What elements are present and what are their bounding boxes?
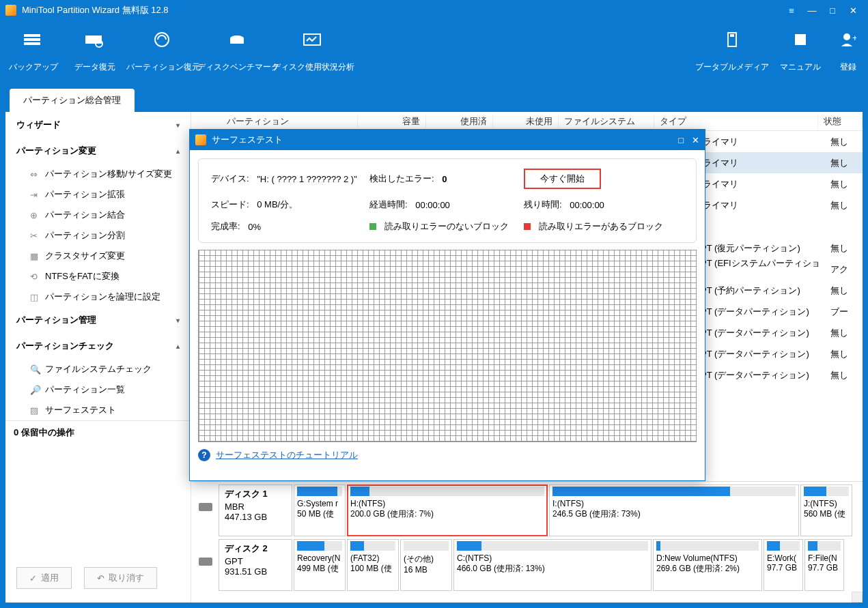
disk-info[interactable]: ディスク 1MBR447.13 GB — [219, 484, 292, 536]
disk-partition[interactable]: H:(NTFS)200.0 GB (使用済: 7%) — [347, 484, 548, 536]
disk-icon — [199, 558, 212, 566]
usb-icon — [721, 31, 743, 48]
col-status[interactable]: 状態 — [818, 115, 863, 128]
sidebar-item[interactable]: ⟲NTFSをFATに変換 — [5, 266, 191, 287]
sidebar-wizard-header[interactable]: ウィザード▾ — [5, 112, 191, 138]
sidebar-item[interactable]: ⇔パーティション移動/サイズ変更 — [5, 164, 191, 184]
toolbar-register[interactable]: +登録 — [831, 29, 865, 89]
error-count: 0 — [442, 174, 447, 184]
disk-partition[interactable]: C:(NTFS)466.0 GB (使用済: 13%) — [453, 539, 652, 591]
tutorial-link[interactable]: サーフェステストのチュートリアル — [216, 449, 358, 461]
app-logo-icon — [5, 5, 16, 16]
disk-partition[interactable]: G:System r50 MB (使 — [294, 484, 346, 536]
disk-partition[interactable]: (FAT32)100 MB (使 — [347, 539, 399, 591]
sidebar-item[interactable]: ✂パーティション分割 — [5, 225, 191, 246]
sidebar-item[interactable]: ▨サーフェステスト — [5, 400, 191, 420]
elapsed-value: 00:00:00 — [415, 200, 450, 210]
toolbar-manual[interactable]: マニュアル — [770, 29, 831, 89]
close-button[interactable]: ✕ — [843, 3, 863, 17]
done-value: 0% — [248, 222, 261, 232]
action-icon: 🔎 — [30, 385, 40, 394]
svg-point-12 — [843, 33, 850, 40]
sidebar-manage-header[interactable]: パーティション管理▾ — [5, 307, 191, 333]
col-used[interactable]: 使用済 — [426, 115, 493, 128]
action-icon: ▨ — [30, 405, 40, 415]
menu-icon[interactable]: ≡ — [782, 3, 801, 17]
action-icon: ⇥ — [30, 190, 40, 199]
recover-icon — [84, 31, 106, 48]
disk-partition[interactable]: F:File(N97.7 GB — [804, 539, 844, 591]
block-grid — [198, 250, 697, 442]
check-icon: ✓ — [29, 573, 37, 583]
disk-row: ディスク 2GPT931.51 GBRecovery(N499 MB (使(FA… — [219, 539, 857, 591]
disk-partition[interactable]: J:(NTFS)560 MB (使 — [800, 484, 852, 536]
svg-rect-0 — [24, 34, 40, 37]
sidebar-check-header[interactable]: パーティションチェック▴ — [5, 333, 191, 359]
tutorial-link-row: ? サーフェステストのチュートリアル — [198, 449, 697, 461]
col-unused[interactable]: 未使用 — [493, 115, 559, 128]
col-capacity[interactable]: 容量 — [358, 115, 426, 128]
sidebar-item[interactable]: 🔍ファイルシステムチェック — [5, 359, 191, 379]
chevron-down-icon: ▾ — [176, 121, 180, 129]
disk-row: ディスク 1MBR447.13 GBG:System r50 MB (使H:(N… — [219, 484, 857, 536]
svg-rect-3 — [85, 35, 102, 44]
toolbar-bootable[interactable]: ブータブルメディア — [695, 29, 770, 89]
disk-partition[interactable]: (その他)16 MB — [400, 539, 452, 591]
disk-partition[interactable]: I:(NTFS)246.5 GB (使用済: 73%) — [549, 484, 799, 536]
chevron-up-icon: ▴ — [176, 147, 180, 155]
sidebar-item[interactable]: ◫パーティションを論理に設定 — [5, 287, 191, 307]
surface-test-dialog: サーフェステスト □ ✕ デバイス: "H: ( ???? 1 ??????? … — [189, 129, 705, 481]
disk-partition[interactable]: Recovery(N499 MB (使 — [294, 539, 346, 591]
svg-rect-10 — [730, 34, 734, 37]
disk-info[interactable]: ディスク 2GPT931.51 GB — [219, 539, 292, 591]
action-icon: ▦ — [30, 251, 40, 261]
action-icon: ✂ — [30, 231, 40, 240]
undo-icon: ↶ — [97, 573, 104, 583]
sidebar-item[interactable]: ⊕パーティション結合 — [5, 205, 191, 225]
apply-button[interactable]: ✓適用 — [16, 567, 72, 589]
svg-rect-1 — [24, 38, 40, 41]
sidebar-item[interactable]: 🔎パーティション一覧 — [5, 379, 191, 400]
chevron-down-icon: ▾ — [176, 317, 180, 324]
dialog-close-button[interactable]: ✕ — [692, 135, 699, 145]
toolbar-usage[interactable]: ディスク使用状況分析 — [276, 29, 351, 89]
remain-value: 00:00:00 — [570, 200, 604, 210]
start-now-button[interactable]: 今すぐ開始 — [524, 169, 601, 189]
scroll-corner — [852, 592, 863, 603]
bench-icon — [227, 31, 249, 48]
tab-partition-manage[interactable]: パーティション総合管理 — [10, 89, 135, 112]
tabstrip: パーティション総合管理 — [0, 89, 868, 112]
toolbar-backup[interactable]: バックアップ — [3, 29, 64, 89]
chevron-up-icon: ▴ — [176, 343, 180, 350]
undo-button[interactable]: ↶取り消す — [84, 567, 157, 589]
minimize-button[interactable]: — — [802, 3, 822, 17]
sidebar-change-header[interactable]: パーティション変更▴ — [5, 138, 191, 164]
speed-value: 0 MB/分。 — [257, 199, 298, 211]
column-headers: パーティション 容量 使用済 未使用 ファイルシステム タイプ 状態 — [191, 112, 863, 131]
pending-operations: 0 保留中の操作 — [5, 420, 191, 444]
disk-partition[interactable]: D:New Volume(NTFS)269.6 GB (使用済: 2%) — [653, 539, 762, 591]
ok-block-icon — [369, 223, 376, 230]
backup-icon — [23, 31, 44, 48]
col-type[interactable]: タイプ — [654, 115, 818, 128]
toolbar-recover[interactable]: データ復元 — [64, 29, 126, 89]
info-panel: デバイス: "H: ( ???? 1 ??????? 2 )" 検出したエラー:… — [198, 158, 697, 243]
action-icon: 🔍 — [30, 364, 40, 374]
svg-text:+: + — [852, 33, 856, 43]
titlebar: MiniTool Partition Wizard 無料版 12.8 ≡ — □… — [0, 0, 868, 20]
dialog-titlebar: サーフェステスト □ ✕ — [190, 130, 705, 150]
col-fs[interactable]: ファイルシステム — [559, 115, 654, 128]
bad-block-icon — [524, 223, 531, 230]
toolbar-bench[interactable]: ディスクベンチマーク — [201, 29, 276, 89]
sidebar-item[interactable]: ⇥パーティション拡張 — [5, 184, 191, 205]
sidebar-item[interactable]: ▦クラスタサイズ変更 — [5, 246, 191, 266]
app-title: MiniTool Partition Wizard 無料版 12.8 — [22, 4, 169, 16]
maximize-button[interactable]: □ — [823, 3, 842, 17]
dialog-maximize-button[interactable]: □ — [678, 135, 684, 145]
toolbar-part-recover[interactable]: パーティション復元 — [126, 29, 201, 89]
col-partition[interactable]: パーティション — [221, 115, 358, 128]
disk-partition[interactable]: E:Work(97.7 GB — [764, 539, 803, 591]
action-icon: ⟲ — [30, 272, 40, 281]
book-icon — [789, 31, 811, 48]
svg-rect-8 — [304, 34, 320, 45]
